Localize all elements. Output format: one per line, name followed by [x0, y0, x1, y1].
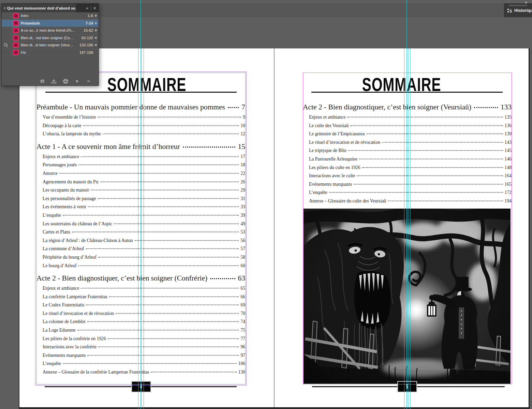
- dot-leader: [59, 173, 239, 173]
- dot-leader: [114, 223, 239, 224]
- book-document-row[interactable]: IdFin197-198: [2, 49, 99, 57]
- dot-leader: [362, 167, 503, 168]
- ruler-guide[interactable]: [138, 48, 138, 409]
- save-icon[interactable]: [51, 78, 57, 84]
- status-dot: [93, 22, 99, 24]
- ruler-guide[interactable]: [410, 48, 410, 409]
- dot-leader: [329, 192, 503, 193]
- toc-entry: La région d’Arleuf : de Château-Chinon à…: [36, 238, 245, 246]
- row-gutter: [2, 27, 11, 34]
- toc-entry: Le culte des Veursiaû136: [303, 123, 512, 132]
- document-name: Préambule: [21, 21, 75, 25]
- toc-entry: Enjeux et ambiance65: [36, 286, 245, 294]
- toc-illustration[interactable]: [304, 209, 511, 384]
- document-name: Fin: [21, 50, 75, 55]
- panel-grip-icon[interactable]: [509, 5, 528, 6]
- history-panel-label: Historique: [514, 8, 532, 13]
- toc-entry: La commune d’Arleuf57: [36, 246, 245, 255]
- book-panel-header: ◊ Qui veut moissonner doit d’abord se...…: [2, 4, 99, 12]
- ruler-guide[interactable]: [404, 48, 404, 409]
- document-page-range: 133-196: [75, 43, 93, 47]
- document-page-range: 7-14: [75, 21, 93, 25]
- print-icon[interactable]: [62, 78, 69, 84]
- toc-entry: Les occupants du manoir29: [36, 187, 245, 196]
- toc-entry: Les piliers du culte en 1926148: [303, 165, 512, 173]
- book-document-row[interactable]: IdBien di...st bien soigner (Veursiaû)13…: [2, 42, 99, 49]
- dot-leader: [347, 117, 503, 118]
- book-panel: ◊ Qui veut moissonner doit d’abord se...…: [1, 3, 99, 86]
- indesign-document-icon: Id: [13, 35, 19, 41]
- toc-entry: Evénements marquants97: [36, 353, 245, 361]
- indesign-document-icon: Id: [13, 42, 19, 48]
- toc-entry: Personnages joués18: [36, 162, 245, 171]
- indesign-document-icon: Id: [13, 13, 19, 18]
- dot-leader: [91, 190, 239, 191]
- dot-leader: [103, 134, 239, 134]
- document-open-indicator-icon: [2, 42, 11, 49]
- toc-entry: Périphérie du bourg d’Arleuf58: [36, 255, 245, 263]
- spread-right-edge: [529, 48, 530, 408]
- toc-entry: Annexe – Glossaire de la confrérie Lampe…: [36, 369, 245, 378]
- dot-leader: [151, 372, 236, 373]
- remove-document-icon[interactable]: −: [86, 78, 92, 84]
- dot-leader: [135, 240, 239, 241]
- toc-entry: Acte 2 - Bien diagnostiquer, c’est bien …: [36, 271, 245, 286]
- toc-entry: Cartes et Plans53: [36, 229, 245, 238]
- ruler-guide[interactable]: [408, 48, 408, 408]
- dot-leader: [210, 278, 235, 279]
- collapse-panel-icon[interactable]: «: [86, 6, 88, 11]
- ruler-guide[interactable]: [144, 48, 144, 409]
- synchronize-icon[interactable]: [39, 78, 45, 84]
- book-document-row[interactable]: IdA ce so...ir mon âme frémit d’horreur1…: [2, 27, 99, 34]
- dot-leader: [77, 330, 239, 331]
- row-gutter: [2, 34, 11, 42]
- dot-leader: [474, 107, 498, 108]
- panel-menu-icon[interactable]: ≡: [93, 6, 96, 11]
- toc-entry: Interactions avec le culte164: [303, 173, 512, 182]
- document-name: Bien di...st bien soigner (Veursiaû): [21, 43, 75, 47]
- book-document-row[interactable]: IdIntro1-6: [2, 12, 99, 20]
- title-rule: [311, 92, 503, 93]
- book-document-list: IdIntro1-6IdPréambule7-14IdA ce so...ir …: [2, 12, 99, 56]
- dot-leader: [116, 313, 239, 314]
- history-icon: 5: [507, 8, 513, 13]
- dot-leader: [72, 232, 239, 232]
- document-page-left: SOMMAIRE Préambule - Un mauvais pommier …: [19, 48, 274, 408]
- dot-leader: [88, 207, 239, 207]
- document-page-range: 197-198: [75, 50, 93, 55]
- toc-entry: Les personnalités de passage31: [36, 196, 245, 204]
- spread-bottom-edge: [19, 407, 530, 409]
- dot-leader: [81, 288, 239, 289]
- book-panel-empty-area: [2, 56, 99, 77]
- dot-leader: [98, 117, 241, 118]
- dot-leader: [78, 165, 239, 165]
- ruler-guide[interactable]: [142, 48, 142, 408]
- dot-leader: [87, 321, 239, 322]
- book-document-row[interactable]: IdPréambule7-14: [2, 20, 99, 27]
- dot-leader: [183, 147, 235, 148]
- toc-entry: Agencement du manoir du Pic26: [36, 179, 245, 188]
- history-panel-button[interactable]: 5 Historique: [504, 3, 532, 17]
- book-panel-title: Qui veut moissonner doit d’abord se...: [7, 6, 76, 10]
- modified-indicator-icon: ◊: [4, 6, 6, 10]
- ruler-guide[interactable]: [407, 0, 407, 409]
- toc-entry: Le rituel d’invocation et de révocation1…: [303, 140, 512, 148]
- page-title: SOMMAIRE: [275, 74, 529, 93]
- indesign-workspace: SOMMAIRE Préambule - Un mauvais pommier …: [0, 0, 532, 409]
- dot-leader: [98, 347, 239, 347]
- document-name: A ce so...ir mon âme frémit d’horreur: [21, 28, 75, 32]
- document-page-range: 1-6: [75, 14, 93, 18]
- ruler-guide[interactable]: [141, 0, 141, 409]
- toc-entry: Les piliers de la confrérie en 192677: [36, 336, 245, 345]
- book-panel-tab[interactable]: ◊ Qui veut moissonner doit d’abord se...: [2, 4, 76, 12]
- document-name: Intro: [21, 14, 75, 18]
- toc-entry: Amorce22: [36, 171, 245, 179]
- dot-leader: [101, 181, 239, 182]
- expand-panels-icon[interactable]: »: [525, 0, 527, 5]
- toc-entry: Le rituel d’invocation et de révocation7…: [36, 311, 245, 319]
- document-page-range: 15-62: [75, 28, 93, 32]
- book-document-row[interactable]: IdBien di...’est bien soigner (Confrérie…: [2, 34, 99, 42]
- add-document-icon[interactable]: +: [74, 78, 80, 84]
- indesign-document-icon: Id: [13, 50, 19, 55]
- spread-left-edge: [19, 48, 19, 408]
